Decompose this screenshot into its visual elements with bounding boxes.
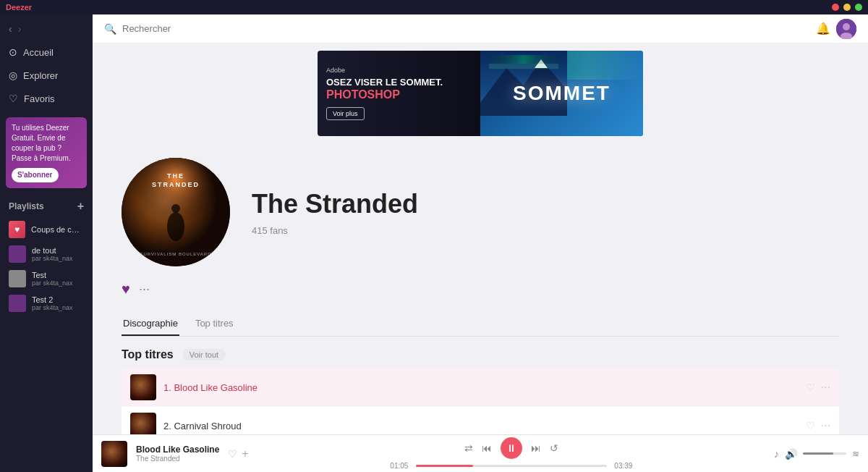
artist-section: THE STRANDED SURVIVALISM BOULEVARD The S… [93,143,868,434]
ad-mountain-text: SOMMET [513,82,610,105]
sidebar-item-explorer[interactable]: ◎ Explorer [0,64,93,87]
progress-row: 01:05 03:39 [388,462,634,470]
repeat-button[interactable]: ↺ [550,442,558,454]
tracks-list: 1. Blood Like Gasoline ♡ ··· 2. Carnival… [122,368,839,434]
track-thumbnail [130,374,156,400]
player-artist-name: The Stranded [136,455,219,463]
player-right-controls: ♪ 🔊 ≋ [774,448,859,460]
voir-tout-top-button[interactable]: Voir tout [182,349,226,361]
track-row[interactable]: 2. Carnival Shroud ♡ ··· [122,407,839,434]
playlist-by-test: par sk4ta_nax [32,279,73,287]
artist-cover-image: THE STRANDED SURVIVALISM BOULEVARD [122,158,230,266]
playlist-item-test2[interactable]: Test 2 par sk4ta_nax [0,291,93,316]
ad-brand: Adobe [326,67,472,74]
maximize-button[interactable] [855,4,862,11]
playlist-info-test2: Test 2 par sk4ta_nax [32,295,73,311]
artist-fans: 415 fans [252,225,839,236]
search-input[interactable] [122,23,810,34]
ad-cta-button[interactable]: Voir plus [326,107,365,120]
back-button[interactable]: ‹ [9,23,12,35]
artist-info: The Stranded 415 fans [252,189,839,236]
favorite-button[interactable]: ♥ [122,281,130,298]
close-button[interactable] [832,4,839,11]
svg-text:STRANDED: STRANDED [152,181,200,188]
track-heart-button[interactable]: ♡ [806,420,815,431]
search-icon: 🔍 [104,23,116,35]
quality-icon[interactable]: ≋ [852,449,859,459]
ad-left: Adobe OSEZ VISER LE SOMMET. PHOTOSHOP Vo… [318,51,480,136]
player-add-button[interactable]: + [242,447,248,460]
sidebar: ‹ › ⊙ Accueil ◎ Explorer ♡ Favoris Tu ut… [0,14,93,472]
top-titres-label: Top titres [122,348,174,361]
track-more-button[interactable]: ··· [821,381,830,394]
playlist-item-coups[interactable]: ♥ Coups de cœur [0,217,93,242]
player-like-button[interactable]: ♡ [228,448,237,460]
search-bar: 🔍 🔔 [93,14,868,43]
playlists-header: Playlists + [0,195,93,217]
previous-button[interactable]: ⏮ [482,442,492,454]
user-avatar[interactable] [836,19,856,39]
track-title: 2. Carnival Shroud [163,421,806,431]
svg-point-12 [167,212,184,241]
track-heart-button[interactable]: ♡ [806,382,815,393]
playlist-info-detout: de tout par sk4ta_nax [32,246,73,262]
svg-text:SURVIVALISM BOULEVARD: SURVIVALISM BOULEVARD [140,252,211,256]
ad-wrapper: Adobe OSEZ VISER LE SOMMET. PHOTOSHOP Vo… [93,43,868,143]
subscribe-button[interactable]: S'abonner [12,168,59,182]
forward-button[interactable]: › [18,23,22,35]
app-body: ‹ › ⊙ Accueil ◎ Explorer ♡ Favoris Tu ut… [0,14,868,472]
volume-fill [803,452,833,455]
track-thumbnail [130,413,156,434]
avatar-image [836,19,856,39]
player-center: ⇄ ⏮ ⏸ ⏭ ↺ 01:05 03:39 [258,437,765,470]
app-logo: Deezer [6,3,32,12]
track-thumb-img [130,413,156,434]
content-scroll[interactable]: Adobe OSEZ VISER LE SOMMET. PHOTOSHOP Vo… [93,43,868,434]
lyrics-icon[interactable]: ♪ [774,448,779,460]
sidebar-label-explorer: Explorer [23,70,58,81]
player-album-thumb [101,441,127,467]
playlist-item-detout[interactable]: de tout par sk4ta_nax [0,242,93,266]
svg-point-1 [843,23,850,30]
shuffle-button[interactable]: ⇄ [464,442,473,454]
sidebar-item-accueil[interactable]: ⊙ Accueil [0,41,93,64]
playlists-label: Playlists [9,201,44,211]
promo-text: Tu utilises Deezer Gratuit. Envie de cou… [12,124,71,162]
sidebar-label-accueil: Accueil [23,47,54,58]
ad-line1: OSEZ VISER LE SOMMET. [326,77,472,88]
playlist-item-test[interactable]: Test par sk4ta_nax [0,266,93,291]
player-bar: Blood Like Gasoline The Stranded ♡ + ⇄ ⏮… [93,434,868,472]
playlist-thumb-test2 [9,295,26,312]
track-thumb-img [130,374,156,400]
tab-discographie[interactable]: Discographie [122,312,179,336]
tabs: Discographie Top titres [122,312,839,337]
playlist-info-coups: Coups de cœur [31,225,84,234]
track-more-button[interactable]: ··· [821,419,830,432]
next-button[interactable]: ⏭ [531,442,541,454]
playlist-thumb-detout [9,245,26,263]
track-row[interactable]: 1. Blood Like Gasoline ♡ ··· [122,368,839,407]
tab-top-titres[interactable]: Top titres [194,312,235,336]
bell-icon[interactable]: 🔔 [816,22,830,35]
explore-icon: ◎ [9,69,17,81]
promo-box: Tu utilises Deezer Gratuit. Envie de cou… [6,117,87,188]
title-bar: Deezer [0,0,868,14]
sidebar-item-favoris[interactable]: ♡ Favoris [0,87,93,110]
ad-right: SOMMET [480,51,643,136]
track-actions: ♡ ··· [806,419,830,432]
player-controls: ⇄ ⏮ ⏸ ⏭ ↺ [464,437,558,459]
playlist-name-detout: de tout [32,246,73,255]
track-actions: ♡ ··· [806,381,830,394]
ad-headline: OSEZ VISER LE SOMMET. PHOTOSHOP [326,77,472,102]
playlist-name-test2: Test 2 [32,295,73,304]
add-playlist-button[interactable]: + [77,200,84,213]
play-pause-button[interactable]: ⏸ [501,437,522,459]
more-options-button[interactable]: ··· [139,282,150,297]
progress-bar[interactable] [416,465,607,467]
minimize-button[interactable] [843,4,851,11]
volume-icon[interactable]: 🔊 [785,448,797,460]
ad-banner[interactable]: Adobe OSEZ VISER LE SOMMET. PHOTOSHOP Vo… [318,51,643,136]
volume-slider[interactable] [803,452,846,455]
svg-point-13 [171,204,180,213]
player-track-name: Blood Like Gasoline [136,444,219,455]
